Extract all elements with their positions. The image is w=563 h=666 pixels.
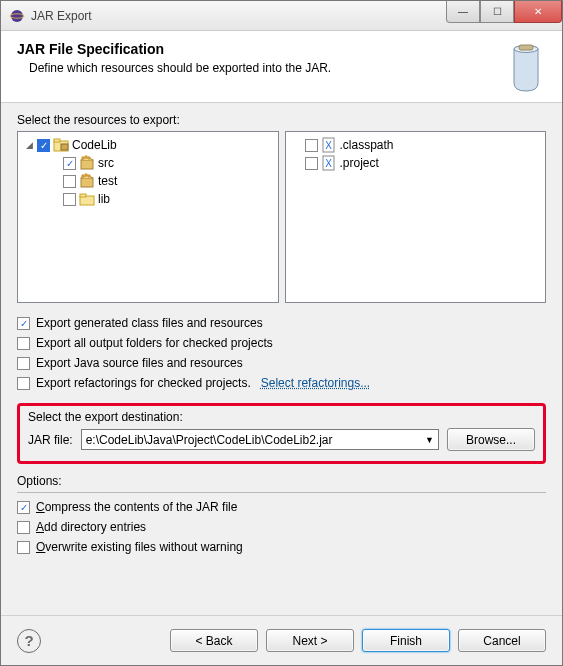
list-item[interactable]: X.project xyxy=(288,154,544,172)
destination-label: Select the export destination: xyxy=(28,410,535,424)
cancel-button[interactable]: Cancel xyxy=(458,629,546,652)
jar-file-combo[interactable]: e:\CodeLib\Java\Project\CodeLib\CodeLib2… xyxy=(81,429,439,450)
minimize-button[interactable]: — xyxy=(446,1,480,23)
tree-checkbox[interactable] xyxy=(63,193,76,206)
export-option-row: Export Java source files and resources xyxy=(17,353,546,373)
option-checkbox[interactable] xyxy=(17,541,30,554)
svg-point-0 xyxy=(11,10,23,22)
svg-point-14 xyxy=(84,173,87,176)
export-option-checkbox[interactable] xyxy=(17,377,30,390)
option-row: Add directory entries xyxy=(17,517,546,537)
tree-item[interactable]: lib xyxy=(20,190,276,208)
export-option-label: Export all output folders for checked pr… xyxy=(36,336,273,350)
content-area: Select the resources to export: ◢CodeLib… xyxy=(1,103,562,615)
tree-item[interactable]: src xyxy=(20,154,276,172)
tree-item-label: CodeLib xyxy=(72,138,117,152)
export-option-checkbox[interactable] xyxy=(17,317,30,330)
svg-rect-12 xyxy=(81,178,93,187)
export-option-row: Export generated class files and resourc… xyxy=(17,313,546,333)
package-icon xyxy=(79,173,95,189)
option-checkbox[interactable] xyxy=(17,501,30,514)
jar-file-path: e:\CodeLib\Java\Project\CodeLib\CodeLib2… xyxy=(86,433,333,447)
browse-button[interactable]: Browse... xyxy=(447,428,535,451)
project-tree[interactable]: ◢CodeLibsrctestlib xyxy=(17,131,279,303)
file-list[interactable]: X.classpathX.project xyxy=(285,131,547,303)
project-icon xyxy=(53,137,69,153)
export-option-checkbox[interactable] xyxy=(17,337,30,350)
back-button[interactable]: < Back xyxy=(170,629,258,652)
tree-item[interactable]: ◢CodeLib xyxy=(20,136,276,154)
option-row: Compress the contents of the JAR file xyxy=(17,497,546,517)
expander-icon[interactable]: ◢ xyxy=(24,140,34,150)
jar-icon xyxy=(496,39,546,98)
tree-item[interactable]: test xyxy=(20,172,276,190)
list-checkbox[interactable] xyxy=(305,139,318,152)
svg-rect-17 xyxy=(80,194,86,197)
export-options: Export generated class files and resourc… xyxy=(17,313,546,393)
list-item-label: .classpath xyxy=(340,138,394,152)
title-bar: JAR Export — ☐ ✕ xyxy=(1,1,562,31)
export-option-row: Export refactorings for checked projects… xyxy=(17,373,546,393)
resources-label: Select the resources to export: xyxy=(17,113,546,127)
close-button[interactable]: ✕ xyxy=(514,1,562,23)
list-checkbox[interactable] xyxy=(305,157,318,170)
export-option-label: Export refactorings for checked projects… xyxy=(36,376,251,390)
maximize-button[interactable]: ☐ xyxy=(480,1,514,23)
eclipse-icon xyxy=(9,8,25,24)
option-label: Overwrite existing files without warning xyxy=(36,540,243,554)
tree-checkbox[interactable] xyxy=(63,175,76,188)
options-group: Compress the contents of the JAR fileAdd… xyxy=(17,492,546,557)
finish-button[interactable]: Finish xyxy=(362,629,450,652)
window-title: JAR Export xyxy=(31,9,92,23)
window-controls: — ☐ ✕ xyxy=(446,1,562,23)
svg-point-15 xyxy=(87,174,90,177)
list-item-label: .project xyxy=(340,156,379,170)
x-file-icon: X xyxy=(321,155,337,171)
svg-point-13 xyxy=(81,174,84,177)
svg-rect-8 xyxy=(81,160,93,169)
tree-checkbox[interactable] xyxy=(37,139,50,152)
select-refactorings-link[interactable]: Select refactorings... xyxy=(261,376,370,390)
next-button[interactable]: Next > xyxy=(266,629,354,652)
page-title: JAR File Specification xyxy=(17,41,546,57)
option-row: Overwrite existing files without warning xyxy=(17,537,546,557)
tree-item-label: test xyxy=(98,174,117,188)
svg-point-9 xyxy=(81,156,84,159)
svg-rect-4 xyxy=(519,45,533,50)
destination-group: Select the export destination: JAR file:… xyxy=(17,403,546,464)
svg-rect-7 xyxy=(61,144,68,150)
tree-item-label: src xyxy=(98,156,114,170)
chevron-down-icon: ▼ xyxy=(425,435,434,445)
option-checkbox[interactable] xyxy=(17,521,30,534)
export-option-label: Export Java source files and resources xyxy=(36,356,243,370)
option-label: Add directory entries xyxy=(36,520,146,534)
page-subtitle: Define which resources should be exporte… xyxy=(29,61,546,75)
svg-text:X: X xyxy=(325,158,332,169)
export-option-row: Export all output folders for checked pr… xyxy=(17,333,546,353)
options-label: Options: xyxy=(17,474,546,488)
folder-icon xyxy=(79,191,95,207)
package-icon xyxy=(79,155,95,171)
wizard-footer: ? < Back Next > Finish Cancel xyxy=(1,615,562,665)
help-button[interactable]: ? xyxy=(17,629,41,653)
svg-text:X: X xyxy=(325,140,332,151)
svg-point-11 xyxy=(87,156,90,159)
svg-rect-6 xyxy=(54,139,60,142)
option-label: Compress the contents of the JAR file xyxy=(36,500,237,514)
export-option-label: Export generated class files and resourc… xyxy=(36,316,263,330)
jar-file-label: JAR file: xyxy=(28,433,73,447)
tree-item-label: lib xyxy=(98,192,110,206)
x-file-icon: X xyxy=(321,137,337,153)
svg-point-10 xyxy=(84,155,87,158)
list-item[interactable]: X.classpath xyxy=(288,136,544,154)
resource-panes: ◢CodeLibsrctestlib X.classpathX.project xyxy=(17,131,546,303)
tree-checkbox[interactable] xyxy=(63,157,76,170)
wizard-header: JAR File Specification Define which reso… xyxy=(1,31,562,103)
export-option-checkbox[interactable] xyxy=(17,357,30,370)
